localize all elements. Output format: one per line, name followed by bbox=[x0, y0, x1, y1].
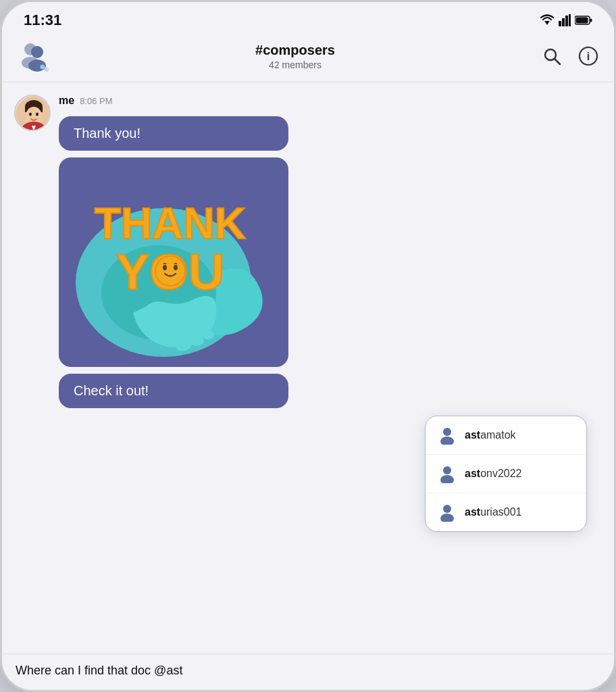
header-actions: i bbox=[540, 44, 600, 68]
wifi-icon bbox=[540, 14, 555, 26]
svg-line-15 bbox=[555, 59, 560, 64]
autocomplete-item-1[interactable]: astamatok bbox=[426, 416, 586, 455]
sender-info: me 8:06 PM bbox=[59, 95, 288, 107]
svg-point-35 bbox=[163, 265, 167, 270]
svg-point-13 bbox=[45, 68, 49, 72]
svg-point-41 bbox=[443, 505, 451, 513]
user-icon-3 bbox=[438, 503, 457, 522]
sender-name: me bbox=[59, 95, 74, 107]
svg-point-40 bbox=[440, 475, 454, 483]
svg-point-36 bbox=[174, 265, 178, 270]
svg-rect-3 bbox=[565, 16, 568, 26]
messages-column: me 8:06 PM Thank you! bbox=[59, 95, 288, 408]
svg-rect-4 bbox=[569, 14, 571, 26]
message-input-text[interactable]: Where can I find that doc @ast bbox=[16, 664, 600, 678]
info-icon: i bbox=[578, 46, 598, 66]
svg-point-22 bbox=[29, 113, 32, 116]
group-icon bbox=[16, 39, 51, 74]
svg-marker-0 bbox=[544, 21, 550, 25]
svg-text:THANK: THANK bbox=[95, 199, 246, 248]
svg-point-34 bbox=[155, 256, 185, 286]
svg-point-12 bbox=[41, 65, 45, 70]
header-center: #composers 42 members bbox=[59, 43, 532, 70]
battery-icon bbox=[575, 16, 592, 25]
user-avatar-img bbox=[16, 96, 51, 131]
avatar bbox=[14, 95, 51, 131]
message-time: 8:06 PM bbox=[80, 96, 112, 106]
signal-icon bbox=[559, 14, 571, 26]
status-bar: 11:31 bbox=[2, 2, 614, 33]
svg-point-37 bbox=[443, 428, 451, 436]
svg-rect-1 bbox=[559, 21, 561, 26]
group-avatar bbox=[16, 39, 51, 74]
member-count: 42 members bbox=[59, 59, 532, 70]
autocomplete-dropdown: astamatok astonv2022 a bbox=[425, 416, 587, 532]
svg-text:i: i bbox=[587, 51, 590, 62]
input-area: Where can I find that doc @ast bbox=[2, 653, 614, 690]
channel-header: #composers 42 members i bbox=[2, 33, 614, 82]
status-icons bbox=[540, 14, 592, 26]
svg-rect-6 bbox=[576, 18, 588, 24]
autocomplete-name-1: astamatok bbox=[465, 429, 516, 441]
svg-rect-7 bbox=[590, 19, 592, 22]
autocomplete-item-2[interactable]: astonv2022 bbox=[426, 455, 586, 493]
svg-point-10 bbox=[31, 46, 43, 58]
user-icon-1 bbox=[438, 426, 457, 445]
thankyou-sticker: THANK YOU bbox=[59, 157, 288, 367]
phone-frame: 11:31 bbox=[0, 0, 616, 692]
search-button[interactable] bbox=[540, 44, 564, 68]
svg-point-38 bbox=[440, 437, 454, 445]
svg-point-39 bbox=[443, 466, 451, 474]
svg-point-42 bbox=[440, 514, 454, 522]
svg-point-23 bbox=[36, 113, 38, 116]
sticker-bubble: THANK YOU bbox=[59, 157, 288, 367]
message-row: me 8:06 PM Thank you! bbox=[14, 95, 602, 408]
autocomplete-item-3[interactable]: asturias001 bbox=[426, 493, 586, 531]
svg-rect-2 bbox=[562, 18, 565, 26]
status-time: 11:31 bbox=[24, 11, 61, 29]
autocomplete-name-3: asturias001 bbox=[465, 506, 522, 518]
user-icon-2 bbox=[438, 464, 457, 483]
message-bubble-3: Check it out! bbox=[59, 374, 288, 408]
message-bubble-1: Thank you! bbox=[59, 116, 288, 151]
autocomplete-name-2: astonv2022 bbox=[465, 468, 522, 480]
chat-area: me 8:06 PM Thank you! bbox=[2, 82, 614, 653]
search-icon bbox=[542, 47, 561, 66]
channel-name: #composers bbox=[59, 43, 532, 58]
info-button[interactable]: i bbox=[576, 44, 600, 68]
